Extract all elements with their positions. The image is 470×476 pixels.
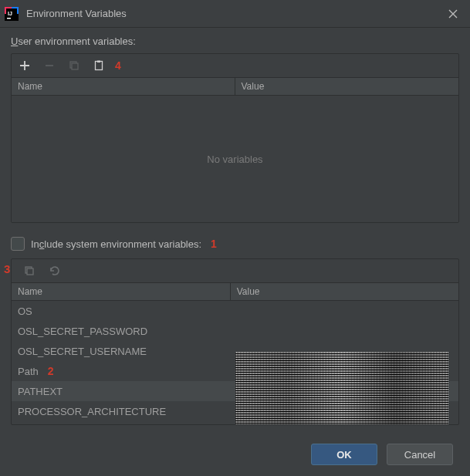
- user-vars-panel: 4 Name Value No variables: [11, 53, 459, 223]
- row-name: PATHEXT: [12, 381, 231, 401]
- user-col-value[interactable]: Value: [235, 78, 459, 95]
- include-label-post: lude system environment variables:: [44, 238, 201, 250]
- row-name: OSL_SECRET_PASSWORD: [12, 321, 231, 341]
- svg-rect-9: [97, 61, 100, 63]
- user-table-body: No variables: [12, 96, 458, 222]
- user-vars-mnemonic: U: [11, 35, 18, 47]
- user-col-name[interactable]: Name: [12, 78, 235, 95]
- user-vars-label-text: ser environment variables:: [18, 35, 135, 47]
- include-sysvars-label[interactable]: Include system environment variables:: [31, 238, 201, 250]
- user-vars-label: User environment variables:: [11, 35, 459, 47]
- sys-col-value[interactable]: Value: [231, 283, 458, 300]
- sys-vars-panel: 3 Name Value OS OSL_SECRET_PASSWORD OSL_: [11, 258, 459, 425]
- row-value: [231, 321, 458, 341]
- include-label-pre: In: [31, 238, 39, 250]
- table-row[interactable]: OSL_SECRET_PASSWORD: [12, 321, 458, 341]
- row-name: PROCESSOR_ARCHITECTURE: [12, 401, 231, 421]
- dialog-title: Environment Variables: [26, 8, 442, 19]
- row-name: Path 2: [12, 361, 231, 381]
- svg-text:IJ: IJ: [8, 11, 12, 16]
- revert-icon: [46, 262, 63, 279]
- annotation-4: 4: [115, 59, 121, 72]
- row-name: OSL_SECRET_USERNAME: [12, 341, 231, 361]
- sys-vars-toolbar: [12, 259, 458, 282]
- copy-icon: [21, 262, 38, 279]
- paste-icon[interactable]: [90, 57, 107, 74]
- add-icon[interactable]: [16, 57, 33, 74]
- sys-table-header: Name Value: [12, 282, 458, 301]
- copy-icon: [66, 57, 83, 74]
- dialog-footer: OK Cancel: [11, 433, 459, 476]
- include-sysvars-row: Include system environment variables: 1: [11, 237, 459, 251]
- intellij-icon: IJ: [5, 7, 19, 21]
- no-variables-text: No variables: [207, 154, 262, 165]
- sys-col-name[interactable]: Name: [12, 283, 231, 300]
- svg-rect-5: [7, 18, 11, 19]
- row-value: [231, 301, 458, 321]
- svg-rect-8: [96, 62, 103, 70]
- ok-button[interactable]: OK: [311, 444, 377, 465]
- annotation-3: 3: [4, 262, 10, 275]
- row-name-text: Path: [18, 366, 39, 377]
- user-table-header: Name Value: [12, 77, 458, 96]
- sys-table-body: OS OSL_SECRET_PASSWORD OSL_SECRET_USERNA…: [12, 301, 458, 424]
- titlebar: IJ Environment Variables: [0, 0, 470, 28]
- svg-rect-7: [72, 63, 78, 69]
- table-row[interactable]: OS: [12, 301, 458, 321]
- cancel-button[interactable]: Cancel: [387, 444, 453, 465]
- redacted-value-overlay: [235, 352, 448, 424]
- remove-icon: [41, 57, 58, 74]
- annotation-2: 2: [48, 365, 54, 377]
- user-vars-toolbar: 4: [12, 54, 458, 77]
- annotation-1: 1: [211, 238, 217, 250]
- include-sysvars-checkbox[interactable]: [11, 237, 25, 251]
- close-icon[interactable]: [442, 3, 464, 25]
- row-name: OS: [12, 301, 231, 321]
- svg-rect-11: [27, 268, 33, 275]
